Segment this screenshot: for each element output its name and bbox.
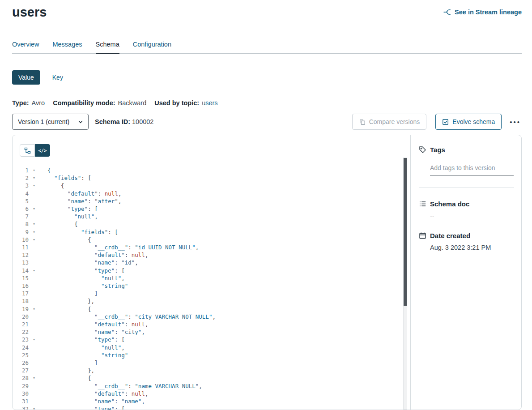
date-created-value: Aug. 3 2022 3:21 PM — [430, 244, 514, 251]
line-number: 26 — [20, 359, 29, 367]
chevron-down-icon — [78, 120, 83, 124]
more-options-button[interactable]: ••• — [509, 116, 522, 128]
fold-spacer — [29, 243, 39, 251]
schema-panel: </> 1▾{2▾"fields": [3▾{4"default": null,… — [12, 135, 522, 410]
code-text: "type": [ — [39, 205, 98, 213]
tab-messages[interactable]: Messages — [52, 41, 82, 53]
code-view-button[interactable]: </> — [35, 144, 50, 157]
tab-overview[interactable]: Overview — [12, 41, 39, 53]
fold-spacer — [29, 328, 39, 336]
code-text: "default": null, — [39, 320, 148, 328]
schema-doc-title: Schema doc — [430, 200, 469, 208]
fold-spacer — [29, 313, 39, 320]
code-line: 32▾"type": [ — [20, 405, 410, 410]
fold-spacer — [29, 274, 39, 282]
code-text: "string" — [39, 351, 128, 359]
code-view-icon: </> — [38, 148, 47, 153]
sidebar-divider — [419, 187, 514, 188]
code-line: 18}, — [20, 297, 410, 305]
code-text: "name": "id", — [39, 259, 138, 266]
code-text: "fields": [ — [39, 228, 118, 236]
stream-lineage-link[interactable]: See in Stream lineage — [443, 8, 522, 16]
tab-schema[interactable]: Schema — [96, 41, 119, 53]
code-line: 8▾{ — [20, 220, 410, 228]
compat-label: Compatibility mode: — [53, 99, 115, 107]
tree-view-button[interactable] — [20, 144, 35, 157]
scrollbar-track[interactable] — [403, 158, 407, 410]
code-line: 27}, — [20, 367, 410, 374]
fold-arrow-icon[interactable]: ▾ — [29, 228, 39, 236]
code-text: { — [39, 305, 91, 313]
line-number: 22 — [20, 328, 29, 336]
line-number: 4 — [20, 190, 29, 197]
fold-spacer — [29, 259, 39, 266]
stream-lineage-label: See in Stream lineage — [455, 9, 522, 16]
details-sidebar: Tags Schema doc -- — [411, 135, 521, 410]
fold-arrow-icon[interactable]: ▾ — [29, 220, 39, 228]
fold-arrow-icon[interactable]: ▾ — [29, 205, 39, 213]
code-line: 28▾{ — [20, 374, 410, 382]
fold-arrow-icon[interactable]: ▾ — [29, 267, 39, 274]
date-created-title: Date created — [430, 232, 470, 239]
fold-arrow-icon[interactable]: ▾ — [29, 167, 39, 174]
tags-input[interactable] — [430, 163, 514, 175]
fold-arrow-icon[interactable]: ▾ — [29, 174, 39, 182]
code-text: "null", — [39, 344, 125, 351]
code-text: { — [39, 182, 64, 189]
date-created-section-title: Date created — [419, 232, 514, 239]
line-number: 23 — [20, 336, 29, 343]
code-line: 10▾{ — [20, 236, 410, 243]
value-toggle-button[interactable]: Value — [12, 70, 40, 85]
code-line: 21"default": null, — [20, 320, 410, 328]
version-select[interactable]: Version 1 (current) — [12, 114, 89, 130]
evolve-schema-button[interactable]: Evolve schema — [435, 114, 502, 130]
code-line: 23▾"type": [ — [20, 336, 410, 343]
fold-arrow-icon[interactable]: ▾ — [29, 182, 39, 189]
type-value: Avro — [32, 99, 45, 107]
compat-group: Compatibility mode:Backward — [53, 99, 146, 107]
code-line: 11"__crdb__": "id UUID NOT NULL", — [20, 243, 410, 251]
fold-arrow-icon[interactable]: ▾ — [29, 374, 39, 382]
code-line: 7"null", — [20, 213, 410, 220]
doc-list-icon — [419, 200, 426, 208]
scrollbar-thumb[interactable] — [404, 158, 407, 306]
tab-configuration[interactable]: Configuration — [133, 41, 171, 53]
code-line: 22"name": "city", — [20, 328, 410, 336]
schema-meta: Type:Avro Compatibility mode:Backward Us… — [12, 99, 522, 107]
line-number: 9 — [20, 228, 29, 236]
fold-spacer — [29, 397, 39, 405]
topic-link[interactable]: users — [202, 99, 217, 107]
page: users See in Stream lineage OverviewMess… — [0, 0, 532, 410]
code-line: 30"default": null, — [20, 390, 410, 397]
tags-section-title: Tags — [419, 146, 514, 154]
fold-arrow-icon[interactable]: ▾ — [29, 305, 39, 313]
code-text: "type": [ — [39, 405, 125, 410]
fold-spacer — [29, 320, 39, 328]
code-line: 24"null", — [20, 344, 410, 351]
line-number: 28 — [20, 374, 29, 382]
code-line: 29"__crdb__": "name VARCHAR NULL", — [20, 382, 410, 390]
code-line: 20"__crdb__": "city VARCHAR NOT NULL", — [20, 313, 410, 320]
fold-spacer — [29, 190, 39, 197]
compat-value: Backward — [118, 99, 147, 107]
fold-spacer — [29, 382, 39, 390]
fold-arrow-icon[interactable]: ▾ — [29, 336, 39, 343]
key-toggle-button[interactable]: Key — [52, 74, 63, 81]
compare-versions-button[interactable]: Compare versions — [352, 114, 427, 130]
code-line: 26] — [20, 359, 410, 367]
topic-group: Used by topic:users — [154, 99, 217, 107]
code-editor[interactable]: 1▾{2▾"fields": [3▾{4"default": null,5"na… — [20, 167, 410, 410]
code-text: ] — [39, 290, 98, 297]
code-text: { — [39, 220, 78, 228]
fold-spacer — [29, 359, 39, 367]
code-text: "null", — [39, 213, 98, 220]
code-text: "fields": [ — [39, 174, 91, 182]
schema-doc-section-title: Schema doc — [419, 200, 514, 208]
fold-arrow-icon[interactable]: ▾ — [29, 405, 39, 410]
fold-arrow-icon[interactable]: ▾ — [29, 236, 39, 243]
line-number: 29 — [20, 382, 29, 390]
line-number: 5 — [20, 197, 29, 205]
line-number: 6 — [20, 205, 29, 213]
code-line: 5"name": "after", — [20, 197, 410, 205]
line-number: 7 — [20, 213, 29, 220]
